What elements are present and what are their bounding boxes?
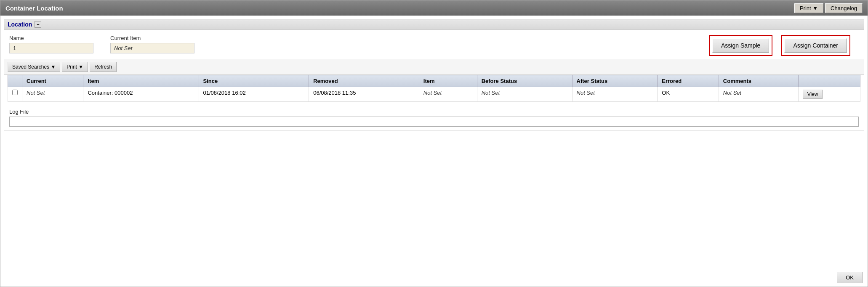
col-since: Since: [199, 75, 309, 87]
print-toolbar-button[interactable]: Print ▼: [62, 62, 88, 72]
title-bar-buttons: Print ▼ Changelog: [794, 3, 863, 13]
row-errored: OK: [658, 87, 719, 102]
main-window: Container Location Print ▼ Changelog Loc…: [0, 0, 868, 287]
row-item2: Not Set: [419, 87, 477, 102]
col-before-status: Before Status: [477, 75, 572, 87]
col-item: Item: [83, 75, 199, 87]
saved-searches-button[interactable]: Saved Searches ▼: [8, 62, 60, 72]
header-row: Current Item Since Removed Item Before S…: [8, 75, 860, 87]
bottom-bar: OK: [0, 268, 868, 287]
form-area: Name 1 Current Item Not Set Assign Sampl…: [4, 30, 864, 59]
assign-sample-button[interactable]: Assign Sample: [712, 38, 769, 53]
row-item: Container: 000002: [83, 87, 199, 102]
row-current: Not Set: [22, 87, 83, 102]
name-field-group: Name 1: [9, 35, 93, 53]
name-value: 1: [9, 43, 93, 53]
col-after-status: After Status: [572, 75, 658, 87]
table-container: Current Item Since Removed Item Before S…: [4, 75, 864, 105]
toolbar: Saved Searches ▼ Print ▼ Refresh: [4, 59, 864, 75]
print-toolbar-label: Print ▼: [67, 64, 83, 70]
form-fields: Name 1 Current Item Not Set: [9, 35, 709, 53]
row-checkbox[interactable]: [12, 90, 18, 95]
print-button[interactable]: Print ▼: [794, 3, 823, 13]
table-body: Not Set Container: 000002 01/08/2018 16:…: [8, 87, 860, 102]
action-buttons: Assign Sample Assign Container: [709, 35, 859, 56]
assign-container-button[interactable]: Assign Container: [784, 38, 847, 53]
col-comments: Comments: [719, 75, 798, 87]
refresh-label: Refresh: [94, 64, 112, 70]
data-table: Current Item Since Removed Item Before S…: [8, 75, 860, 102]
table-row: Not Set Container: 000002 01/08/2018 16:…: [8, 87, 860, 102]
row-before-status: Not Set: [477, 87, 572, 102]
section-title: Location: [8, 21, 32, 28]
row-since: 01/08/2018 16:02: [199, 87, 309, 102]
row-comments: Not Set: [719, 87, 798, 102]
table-header: Current Item Since Removed Item Before S…: [8, 75, 860, 87]
saved-searches-label: Saved Searches ▼: [12, 64, 56, 70]
col-item2: Item: [419, 75, 477, 87]
row-removed: 06/08/2018 11:35: [309, 87, 419, 102]
col-actions: [798, 75, 860, 87]
current-item-label: Current Item: [110, 35, 194, 41]
assign-sample-wrapper: Assign Sample: [709, 35, 772, 56]
ok-button[interactable]: OK: [837, 272, 863, 283]
row-after-status: Not Set: [572, 87, 658, 102]
window-title: Container Location: [5, 5, 63, 12]
section-header: Location −: [4, 19, 864, 30]
log-input[interactable]: [9, 117, 859, 127]
name-label: Name: [9, 35, 93, 41]
row-checkbox-cell: [8, 87, 22, 102]
col-errored: Errored: [658, 75, 719, 87]
col-checkbox: [8, 75, 22, 87]
row-actions-cell: View: [798, 87, 860, 102]
refresh-button[interactable]: Refresh: [90, 62, 117, 72]
current-item-field-group: Current Item Not Set: [110, 35, 194, 53]
col-current: Current: [22, 75, 83, 87]
current-item-value: Not Set: [110, 43, 194, 53]
content-area: Location − Name 1 Current Item Not Set: [0, 16, 868, 268]
view-button[interactable]: View: [803, 90, 823, 99]
assign-container-wrapper: Assign Container: [781, 35, 850, 56]
location-section: Location − Name 1 Current Item Not Set: [4, 19, 864, 130]
log-section: Log File: [4, 105, 864, 130]
log-label: Log File: [9, 109, 859, 115]
col-removed: Removed: [309, 75, 419, 87]
collapse-button[interactable]: −: [35, 21, 41, 28]
changelog-button[interactable]: Changelog: [825, 3, 863, 13]
title-bar: Container Location Print ▼ Changelog: [0, 0, 868, 16]
